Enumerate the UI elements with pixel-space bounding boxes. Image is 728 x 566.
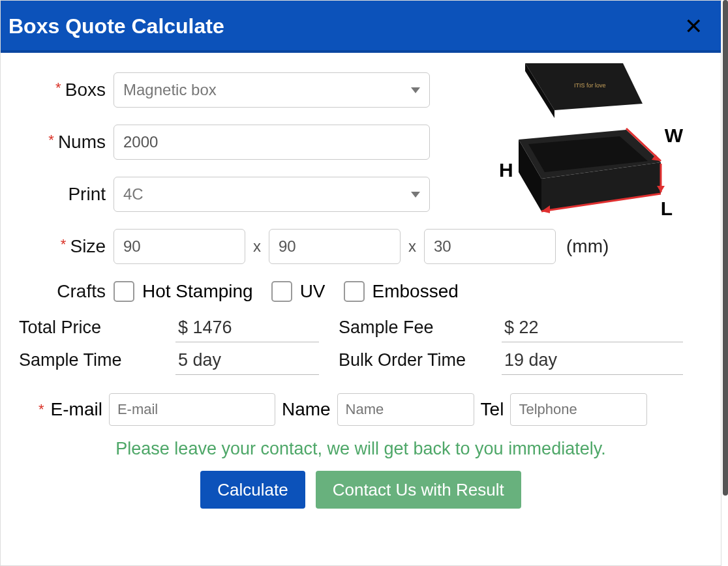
- action-buttons: Calculate Contact Us with Result: [19, 471, 703, 509]
- box-illustration: ITIS for love H W L: [479, 58, 682, 221]
- scrollbar-thumb[interactable]: [723, 0, 728, 496]
- contact-row: * E-mail Name Tel: [19, 393, 703, 426]
- print-select[interactable]: 4C: [114, 177, 430, 212]
- bulk-time-label: Bulk Order Time: [339, 348, 502, 375]
- size-unit: (mm): [566, 236, 609, 257]
- size-sep-1: x: [253, 237, 261, 256]
- boxs-label: Boxs: [19, 80, 114, 100]
- print-label: Print: [19, 184, 114, 205]
- size-sep-2: x: [408, 237, 416, 256]
- contact-note: Please leave your contact, we will get b…: [19, 439, 703, 459]
- hot-stamping-label: Hot Stamping: [142, 281, 253, 302]
- sample-time-value: 5 day: [175, 348, 319, 375]
- print-value: 4C: [123, 185, 144, 203]
- close-icon[interactable]: ✕: [679, 12, 708, 40]
- box-type-select[interactable]: Magnetic box: [114, 72, 430, 108]
- email-label: E-mail: [51, 399, 102, 420]
- sample-fee-value: $ 22: [502, 315, 683, 342]
- tel-label: Tel: [481, 399, 504, 420]
- quote-modal: Boxs Quote Calculate ✕: [0, 0, 721, 566]
- chevron-down-icon: [411, 192, 420, 198]
- illus-h-label: H: [499, 159, 513, 181]
- sample-time-label: Sample Time: [19, 348, 175, 375]
- sample-fee-label: Sample Fee: [339, 315, 502, 342]
- size-h-input[interactable]: [424, 229, 556, 264]
- chevron-down-icon: [411, 87, 420, 93]
- calculate-button[interactable]: Calculate: [200, 471, 305, 509]
- tel-input[interactable]: [510, 393, 647, 426]
- embossed-checkbox[interactable]: [344, 281, 365, 302]
- nums-input[interactable]: [114, 125, 430, 160]
- size-l-input[interactable]: [114, 229, 245, 264]
- modal-header: Boxs Quote Calculate ✕: [1, 1, 721, 53]
- size-w-input[interactable]: [269, 229, 401, 264]
- name-input[interactable]: [337, 393, 474, 426]
- email-input[interactable]: [109, 393, 275, 426]
- contact-us-button[interactable]: Contact Us with Result: [316, 471, 521, 509]
- size-label: Size: [19, 236, 114, 257]
- nums-label: Nums: [19, 132, 114, 153]
- results-grid: Total Price $ 1476 Sample Fee $ 22 Sampl…: [19, 315, 703, 375]
- bulk-time-value: 19 day: [502, 348, 683, 375]
- illus-w-label: W: [665, 125, 683, 147]
- hot-stamping-checkbox[interactable]: [114, 281, 134, 302]
- svg-text:ITIS for love: ITIS for love: [574, 82, 606, 89]
- vertical-scrollbar[interactable]: [721, 0, 728, 566]
- box-type-value: Magnetic box: [123, 81, 217, 99]
- name-label: Name: [282, 399, 331, 420]
- embossed-label: Embossed: [372, 281, 459, 302]
- modal-body: ITIS for love H W L Boxs Magnetic box Nu…: [1, 53, 721, 509]
- uv-label: UV: [300, 281, 326, 302]
- total-price-value: $ 1476: [175, 315, 319, 342]
- total-price-label: Total Price: [19, 315, 175, 342]
- modal-title: Boxs Quote Calculate: [8, 14, 224, 38]
- email-required-star: *: [38, 401, 44, 418]
- uv-checkbox[interactable]: [271, 281, 292, 302]
- crafts-label: Crafts: [19, 281, 114, 302]
- illus-l-label: L: [661, 198, 673, 220]
